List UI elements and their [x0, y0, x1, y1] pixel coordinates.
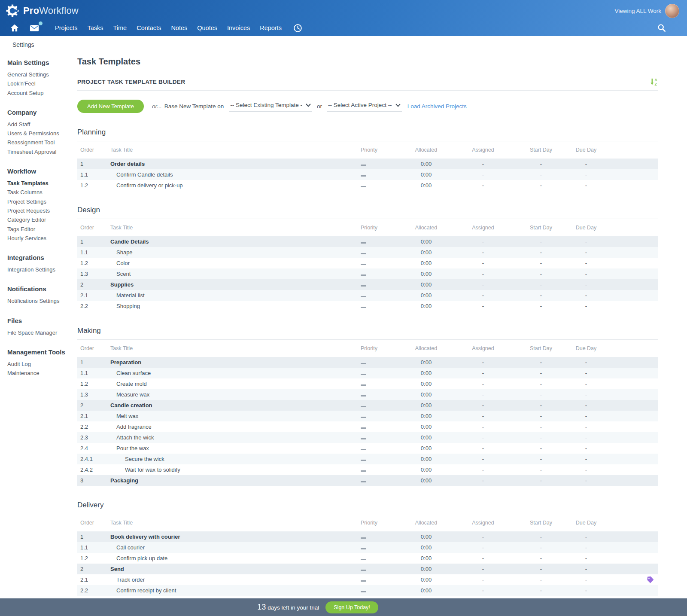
table-row[interactable]: 1Candle Details0:00---: [77, 236, 658, 247]
nav-item-quotes[interactable]: Quotes: [197, 24, 217, 31]
table-row[interactable]: 1.2Color0:00---: [77, 258, 658, 268]
table-row[interactable]: 2.1Material list0:00---: [77, 290, 658, 301]
template-section-design: DesignOrderTask TitlePriorityAllocatedAs…: [77, 206, 658, 311]
table-row[interactable]: 2.2Shopping0:00---: [77, 301, 658, 311]
add-new-template-button[interactable]: Add New Template: [77, 100, 144, 113]
priority-dash-icon: [361, 274, 366, 276]
nav-item-projects[interactable]: Projects: [55, 24, 77, 31]
table-row[interactable]: 2.2Confirm receipt by client0:00---: [77, 585, 658, 596]
table-row[interactable]: 2.1Melt wax0:00---: [77, 411, 658, 421]
sidebar-item-task-columns[interactable]: Task Columns: [7, 188, 77, 197]
sidebar-item-tags-editor[interactable]: Tags Editor: [7, 225, 77, 234]
cell-due-day: -: [567, 281, 605, 288]
cell-due-day: -: [567, 171, 605, 178]
table-row[interactable]: 2.2Add fragrance0:00---: [77, 421, 658, 432]
cell-start-day: -: [515, 456, 567, 462]
table-row[interactable]: 2Supplies0:00---: [77, 279, 658, 290]
table-row[interactable]: 1.2Create mold0:00---: [77, 378, 658, 389]
cell-allocated: 0:00: [401, 424, 451, 430]
nav-item-tasks[interactable]: Tasks: [87, 24, 103, 31]
table-row[interactable]: 1.2Confirm delivery or pick-up0:00---: [77, 180, 658, 191]
cell-assigned: -: [451, 260, 515, 266]
table-row[interactable]: 1.1Confirm Candle details0:00---: [77, 169, 658, 180]
table-row[interactable]: 2.4.1Secure the wick0:00---: [77, 454, 658, 464]
nav-item-notes[interactable]: Notes: [171, 24, 187, 31]
table-row[interactable]: 1.1Call courier0:00---: [77, 542, 658, 553]
timer-clock-icon[interactable]: [292, 24, 303, 33]
home-icon[interactable]: [9, 24, 20, 32]
sidebar-item-project-settings[interactable]: Project Settings: [7, 197, 77, 206]
table-row[interactable]: 2.4Pour the wax0:00---: [77, 443, 658, 454]
load-archived-projects-link[interactable]: Load Archived Projects: [407, 103, 467, 110]
cell-due-day: -: [567, 303, 605, 309]
sidebar-item-category-editor[interactable]: Category Editor: [7, 215, 77, 224]
tag-icon[interactable]: [647, 576, 654, 583]
sidebar-item-reassignment-tool[interactable]: Reassignment Tool: [7, 138, 77, 147]
cell-allocated: 0:00: [401, 477, 451, 484]
chevron-down-icon: [306, 104, 311, 107]
sidebar-item-account-setup[interactable]: Account Setup: [7, 88, 77, 98]
sidebar-item-integration-settings[interactable]: Integration Settings: [7, 265, 77, 274]
nav-item-time[interactable]: Time: [113, 24, 127, 31]
cell-task-title: Shopping: [110, 303, 359, 309]
search-icon[interactable]: [657, 24, 667, 32]
priority-dash-icon: [361, 591, 366, 592]
table-row[interactable]: 1.3Scent0:00---: [77, 268, 658, 279]
table-row[interactable]: 1.2Confirm pick up date0:00---: [77, 553, 658, 564]
cell-allocated: 0:00: [401, 249, 451, 256]
cell-order: 1: [77, 161, 110, 167]
priority-dash-icon: [361, 537, 366, 539]
sort-alphabetical-icon[interactable]: A Z: [650, 78, 658, 86]
sidebar-item-notifications-settings[interactable]: Notifications Settings: [7, 296, 77, 305]
nav-item-reports[interactable]: Reports: [260, 24, 282, 31]
cell-priority: [359, 456, 401, 462]
cell-allocated: 0:00: [401, 260, 451, 266]
cell-allocated: 0:00: [401, 555, 451, 561]
table-row[interactable]: 2Candle creation0:00---: [77, 400, 658, 411]
table-row[interactable]: 1.1Clean surface0:00---: [77, 368, 658, 378]
sidebar-item-task-templates[interactable]: Task Templates: [7, 179, 77, 188]
signup-button[interactable]: Sign Up Today!: [325, 601, 378, 613]
sidebar-item-maintenance[interactable]: Maintenance: [7, 369, 77, 378]
sidebar-item-general-settings[interactable]: General Settings: [7, 70, 77, 79]
table-row[interactable]: 1.1Shape0:00---: [77, 247, 658, 258]
cell-due-day: -: [567, 566, 605, 572]
nav-item-invoices[interactable]: Invoices: [227, 24, 250, 31]
table-row[interactable]: 3Packaging0:00---: [77, 475, 658, 486]
cell-task-title: Confirm Candle details: [110, 171, 359, 178]
table-row[interactable]: 2.4.2Wait for wax to solidify0:00---: [77, 464, 658, 475]
column-header-due-day: Due Day: [567, 520, 605, 526]
cell-priority: [359, 271, 401, 277]
or-prefix-label: or...: [152, 103, 162, 110]
column-header-due-day: Due Day: [567, 345, 605, 351]
cell-task-title: Shape: [110, 249, 359, 256]
cell-assigned: -: [451, 370, 515, 376]
cell-order: 1: [77, 238, 110, 245]
nav-item-contacts[interactable]: Contacts: [137, 24, 161, 31]
column-header-priority: Priority: [359, 225, 401, 231]
sidebar-item-file-space-manager[interactable]: File Space Manager: [7, 328, 77, 337]
sidebar-item-timesheet-approval[interactable]: Timesheet Approval: [7, 147, 77, 156]
proworkflow-logo[interactable]: ProWorkflow: [5, 3, 79, 18]
table-row[interactable]: 2.3Attach the wick0:00---: [77, 432, 658, 443]
sidebar-item-users-permissions[interactable]: Users & Permissions: [7, 129, 77, 138]
cell-start-day: -: [515, 424, 567, 430]
sidebar-item-look-n-feel[interactable]: Look'n'Feel: [7, 79, 77, 88]
avatar[interactable]: [665, 4, 679, 18]
table-row[interactable]: 2Send0:00---: [77, 564, 658, 574]
inbox-envelope-icon[interactable]: [29, 24, 40, 32]
select-existing-template[interactable]: -- Select Existing Template -: [229, 101, 312, 112]
viewing-work-selector[interactable]: Viewing ALL Work: [614, 8, 661, 14]
sidebar-item-hourly-services[interactable]: Hourly Services: [7, 234, 77, 243]
sidebar-item-add-staff[interactable]: Add Staff: [7, 120, 77, 129]
table-row[interactable]: 1.3Measure wax0:00---: [77, 389, 658, 400]
cell-order: 1: [77, 534, 110, 540]
select-active-project[interactable]: -- Select Active Project --: [327, 101, 402, 112]
table-row[interactable]: 1Preparation0:00---: [77, 357, 658, 368]
tab-settings[interactable]: Settings: [12, 40, 35, 50]
table-row[interactable]: 1Book delivery with courier0:00---: [77, 531, 658, 542]
sidebar-item-project-requests[interactable]: Project Requests: [7, 206, 77, 215]
sidebar-item-audit-log[interactable]: Audit Log: [7, 360, 77, 369]
table-row[interactable]: 1Order details0:00---: [77, 159, 658, 169]
table-row[interactable]: 2.1Track order0:00---: [77, 574, 658, 585]
